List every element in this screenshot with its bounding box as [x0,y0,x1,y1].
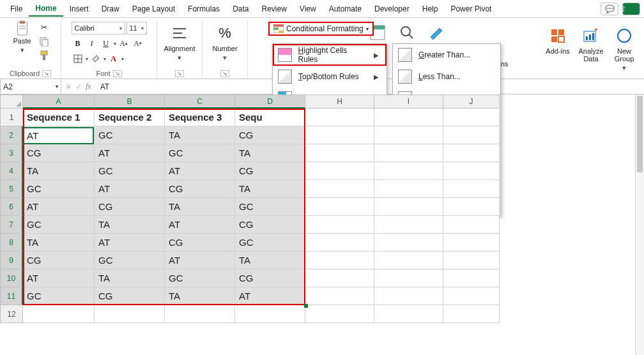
cell-C2[interactable]: TA [165,126,235,144]
borders-button[interactable] [72,52,84,65]
colhead-J[interactable]: J [443,94,500,109]
scrollbar-thumb[interactable] [637,96,643,172]
cell-I8[interactable] [374,234,443,252]
cell-C1[interactable]: Sequence 3 [165,109,235,126]
cell-C6[interactable]: TA [165,198,235,216]
cell-I3[interactable] [374,144,443,162]
menubar-automate[interactable]: Automate [323,2,368,16]
analyze-data-button[interactable]: Analyze Data [575,23,607,72]
colhead-I[interactable]: I [374,94,443,109]
cell-B5[interactable]: AT [95,180,165,198]
number-button[interactable]: % Number ▾ [208,20,242,61]
cell-D8[interactable]: GC [235,234,305,252]
cell-H10[interactable] [305,269,374,287]
cell-C10[interactable]: GC [165,269,235,287]
menubar-draw[interactable]: Draw [95,2,126,16]
dialog-launcher-icon[interactable]: ↘ [175,70,184,77]
cell-C12[interactable] [165,305,235,323]
menubar-review[interactable]: Review [255,2,293,16]
cell-A7[interactable]: GC [23,216,95,234]
cell-B3[interactable]: AT [95,144,165,162]
rowhead-4[interactable]: 4 [0,162,23,180]
colhead-A[interactable]: A [23,94,95,109]
cell-A1[interactable]: Sequence 1 [23,109,95,126]
cell-B11[interactable]: CG [95,287,165,305]
cancel-icon[interactable]: ✕ [65,82,72,91]
fx-icon[interactable]: fx [86,82,91,91]
cell-C5[interactable]: CG [165,180,235,198]
cell-J2[interactable] [443,126,500,144]
cell-B8[interactable]: AT [95,234,165,252]
cell-H11[interactable] [305,287,374,305]
dialog-launcher-icon[interactable]: ↘ [220,70,229,77]
cell-I9[interactable] [374,252,443,269]
cell-A3[interactable]: CG [23,144,95,162]
cell-H6[interactable] [305,198,374,216]
menubar-page-layout[interactable]: Page Layout [126,2,181,16]
colhead-D[interactable]: D [235,94,305,109]
cell-D5[interactable]: TA [235,180,305,198]
copy-button[interactable] [38,36,50,47]
select-all-button[interactable] [0,94,23,109]
cell-A5[interactable]: GC [23,180,95,198]
cell-C3[interactable]: GC [165,144,235,162]
font-color-button[interactable]: A [107,52,120,65]
cell-J10[interactable] [443,269,500,287]
cell-C11[interactable]: TA [165,287,235,305]
cell-J8[interactable] [443,234,500,252]
cell-I7[interactable] [374,216,443,234]
name-box[interactable]: A2 ▾ [0,79,61,94]
fill-handle[interactable] [304,304,308,308]
menubar-formulas[interactable]: Formulas [181,2,226,16]
cell-D2[interactable]: CG [235,126,305,144]
rowhead-2[interactable]: 2 [0,126,23,144]
rowhead-9[interactable]: 9 [0,252,23,269]
cell-A8[interactable]: TA [23,234,95,252]
cut-button[interactable]: ✂ [38,22,50,33]
cell-D12[interactable] [235,305,305,323]
enter-icon[interactable]: ✓ [75,82,82,91]
new-group-button[interactable]: New Group▾ [608,23,640,72]
colhead-C[interactable]: C [165,94,235,109]
rowhead-10[interactable]: 10 [0,269,23,287]
bold-button[interactable]: B [72,37,84,50]
cell-B2[interactable]: GC [95,126,165,144]
cell-D10[interactable]: CG [235,269,305,287]
cell-I4[interactable] [374,162,443,180]
addins-button[interactable]: Add-ins [542,23,574,72]
cell-I11[interactable] [374,287,443,305]
menu-greater-than[interactable]: Greater Than... [393,44,502,66]
formula-bar[interactable]: AT [95,82,109,91]
menu-highlight-cells[interactable]: Highlight Cells Rules ▶ [273,44,387,66]
menubar-developer[interactable]: Developer [368,2,416,16]
menubar-insert[interactable]: Insert [63,2,95,16]
menu-less-than[interactable]: Less Than... [393,66,502,87]
cell-I5[interactable] [374,180,443,198]
share-button[interactable]: ⇪▾ [622,3,640,15]
cell-C8[interactable]: CG [165,234,235,252]
cell-H1[interactable] [305,109,374,126]
cell-A9[interactable]: CG [23,252,95,269]
cell-D11[interactable]: AT [235,287,305,305]
cell-H8[interactable] [305,234,374,252]
dialog-launcher-icon[interactable]: ↘ [42,70,51,77]
cell-H3[interactable] [305,144,374,162]
menubar-data[interactable]: Data [226,2,255,16]
menubar-view[interactable]: View [293,2,323,16]
rowhead-5[interactable]: 5 [0,180,23,198]
rowhead-8[interactable]: 8 [0,234,23,252]
decrease-font-button[interactable]: A▾ [132,37,144,50]
cell-B1[interactable]: Sequence 2 [95,109,165,126]
fill-color-button[interactable] [89,52,102,65]
cell-J7[interactable] [443,216,500,234]
rowhead-7[interactable]: 7 [0,216,23,234]
cell-D1[interactable]: Sequ [235,109,305,126]
font-size-combo[interactable]: 11▾ [126,22,147,34]
cell-A10[interactable]: AT [23,269,95,287]
cell-I2[interactable] [374,126,443,144]
cell-A4[interactable]: TA [23,162,95,180]
menubar-power-pivot[interactable]: Power Pivot [444,2,498,16]
rowhead-6[interactable]: 6 [0,198,23,216]
italic-button[interactable]: I [86,37,98,50]
cell-J11[interactable] [443,287,500,305]
